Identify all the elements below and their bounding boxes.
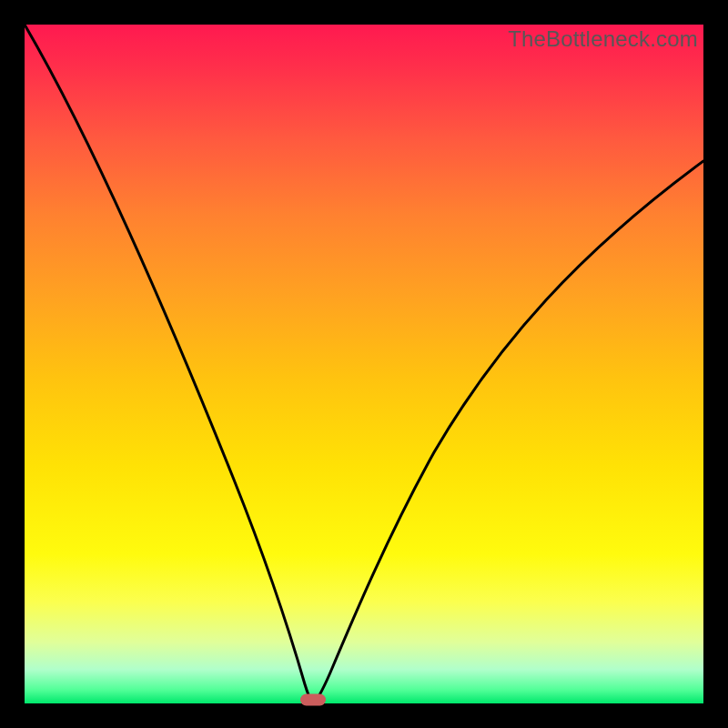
watermark-text: TheBottleneck.com [508,26,698,52]
gradient-plot-area: TheBottleneck.com [25,25,703,703]
minimum-marker [300,694,326,706]
curve-right-branch [313,161,703,703]
bottleneck-curve [25,25,703,703]
chart-frame: TheBottleneck.com [0,0,728,728]
curve-left-branch [25,25,313,703]
